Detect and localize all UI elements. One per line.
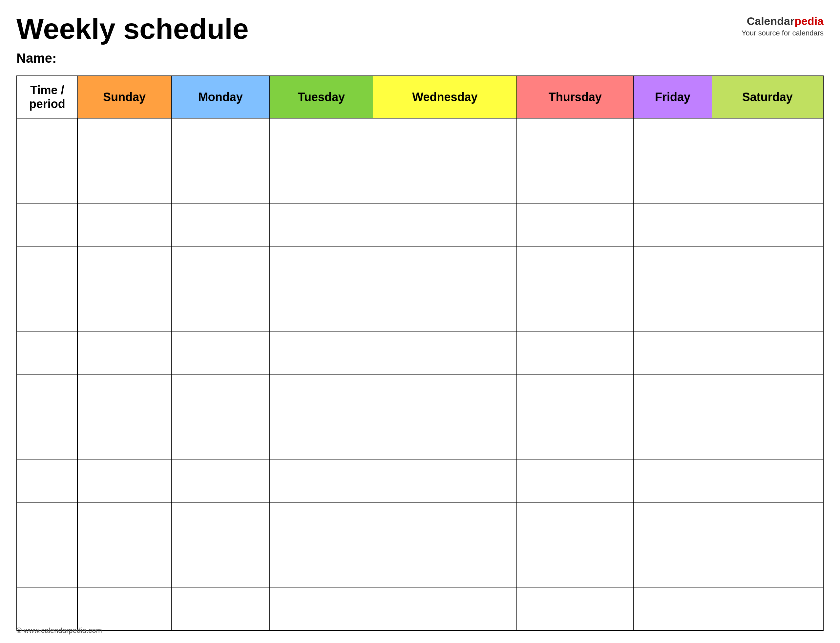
day-cell[interactable] [171, 374, 269, 417]
day-cell[interactable] [633, 246, 712, 289]
day-cell[interactable] [517, 460, 633, 503]
day-cell[interactable] [712, 246, 823, 289]
day-cell[interactable] [712, 161, 823, 204]
day-cell[interactable] [633, 588, 712, 630]
day-cell[interactable] [270, 246, 373, 289]
day-cell[interactable] [270, 460, 373, 503]
day-cell[interactable] [712, 204, 823, 246]
day-cell[interactable] [77, 503, 171, 545]
day-cell[interactable] [373, 588, 517, 630]
day-cell[interactable] [633, 289, 712, 332]
day-cell[interactable] [373, 374, 517, 417]
day-cell[interactable] [373, 332, 517, 374]
day-cell[interactable] [171, 417, 269, 460]
day-cell[interactable] [270, 119, 373, 161]
day-cell[interactable] [270, 417, 373, 460]
day-cell[interactable] [517, 204, 633, 246]
day-cell[interactable] [77, 161, 171, 204]
day-cell[interactable] [77, 460, 171, 503]
day-cell[interactable] [171, 545, 269, 588]
day-cell[interactable] [633, 332, 712, 374]
time-cell[interactable] [17, 460, 77, 503]
time-cell[interactable] [17, 204, 77, 246]
day-cell[interactable] [633, 417, 712, 460]
day-cell[interactable] [517, 503, 633, 545]
time-cell[interactable] [17, 417, 77, 460]
day-cell[interactable] [171, 503, 269, 545]
day-cell[interactable] [77, 246, 171, 289]
day-cell[interactable] [77, 588, 171, 630]
day-cell[interactable] [77, 545, 171, 588]
day-cell[interactable] [77, 417, 171, 460]
day-cell[interactable] [373, 545, 517, 588]
day-cell[interactable] [633, 503, 712, 545]
day-cell[interactable] [270, 588, 373, 630]
day-cell[interactable] [517, 332, 633, 374]
day-cell[interactable] [171, 460, 269, 503]
day-cell[interactable] [517, 374, 633, 417]
col-header-time: Time / period [17, 76, 77, 119]
day-cell[interactable] [171, 588, 269, 630]
day-cell[interactable] [77, 119, 171, 161]
time-cell[interactable] [17, 374, 77, 417]
day-cell[interactable] [77, 204, 171, 246]
day-cell[interactable] [633, 545, 712, 588]
day-cell[interactable] [373, 289, 517, 332]
day-cell[interactable] [633, 374, 712, 417]
day-cell[interactable] [171, 246, 269, 289]
time-cell[interactable] [17, 119, 77, 161]
day-cell[interactable] [517, 289, 633, 332]
time-cell[interactable] [17, 588, 77, 630]
day-cell[interactable] [171, 204, 269, 246]
day-cell[interactable] [270, 289, 373, 332]
day-cell[interactable] [373, 119, 517, 161]
day-cell[interactable] [712, 503, 823, 545]
table-row [17, 332, 823, 374]
day-cell[interactable] [517, 246, 633, 289]
day-cell[interactable] [633, 204, 712, 246]
day-cell[interactable] [373, 503, 517, 545]
day-cell[interactable] [270, 545, 373, 588]
day-cell[interactable] [712, 374, 823, 417]
day-cell[interactable] [171, 119, 269, 161]
day-cell[interactable] [77, 289, 171, 332]
day-cell[interactable] [712, 460, 823, 503]
time-cell[interactable] [17, 246, 77, 289]
day-cell[interactable] [633, 460, 712, 503]
day-cell[interactable] [171, 289, 269, 332]
day-cell[interactable] [712, 332, 823, 374]
day-cell[interactable] [712, 417, 823, 460]
time-cell[interactable] [17, 332, 77, 374]
day-cell[interactable] [77, 332, 171, 374]
day-cell[interactable] [633, 119, 712, 161]
time-cell[interactable] [17, 545, 77, 588]
day-cell[interactable] [712, 289, 823, 332]
day-cell[interactable] [77, 374, 171, 417]
day-cell[interactable] [517, 119, 633, 161]
time-cell[interactable] [17, 289, 77, 332]
day-cell[interactable] [373, 460, 517, 503]
day-cell[interactable] [270, 161, 373, 204]
day-cell[interactable] [517, 417, 633, 460]
time-cell[interactable] [17, 161, 77, 204]
day-cell[interactable] [712, 545, 823, 588]
day-cell[interactable] [373, 161, 517, 204]
table-row [17, 503, 823, 545]
day-cell[interactable] [517, 545, 633, 588]
time-cell[interactable] [17, 503, 77, 545]
day-cell[interactable] [171, 161, 269, 204]
day-cell[interactable] [373, 246, 517, 289]
day-cell[interactable] [373, 417, 517, 460]
day-cell[interactable] [270, 332, 373, 374]
day-cell[interactable] [633, 161, 712, 204]
day-cell[interactable] [373, 204, 517, 246]
day-cell[interactable] [270, 204, 373, 246]
day-cell[interactable] [712, 588, 823, 630]
col-header-wednesday: Wednesday [373, 76, 517, 119]
day-cell[interactable] [517, 588, 633, 630]
day-cell[interactable] [517, 161, 633, 204]
day-cell[interactable] [270, 503, 373, 545]
day-cell[interactable] [270, 374, 373, 417]
day-cell[interactable] [712, 119, 823, 161]
day-cell[interactable] [171, 332, 269, 374]
